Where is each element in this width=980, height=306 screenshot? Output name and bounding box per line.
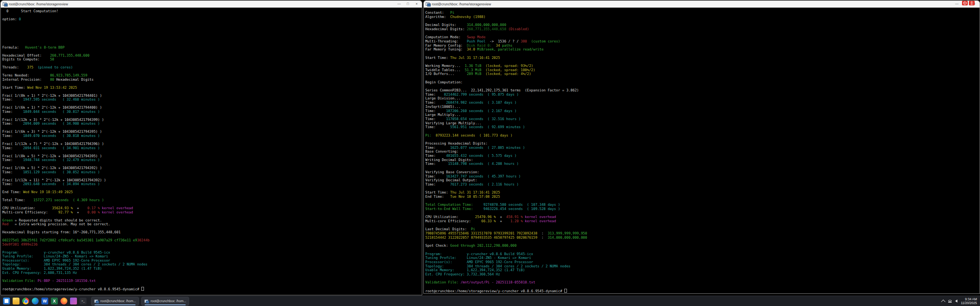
terminal-line: Twiddle Tables... 51.3 MiB (locked, spre… [425,68,980,72]
putty-icon [426,2,430,6]
terminal-line [425,285,980,289]
terminal-line: Frac( 1/(6k + 5) * 2^(-12k + 10430854217… [2,166,422,170]
terminal-line: Time: 2094.031 seconds ( 34.901 minutes … [2,146,422,150]
right-terminal-window[interactable]: root@crunchbox: /home/storagereview —□× … [423,0,980,294]
terminal-line [425,199,980,203]
terminal-line [425,76,980,80]
terminal-line: Frac( 1/(6k + 3) * 2^(-12k + 10430854217… [2,130,422,134]
terminal-line: End Time: Tue Nov 18 05:57:08 2025 [425,195,980,199]
terminal-line: Time: 268474.982 seconds ( 3.107 days ) [425,101,980,105]
taskbar-window-button[interactable]: root@crunchbox: /hom... [141,297,189,306]
terminal-line: Begin Computation: [425,80,980,85]
terminal-line: Writing Decimal Digits: [425,158,980,162]
terminal-line: Time: 1849.070 seconds ( 30.818 minutes … [2,134,422,138]
terminal-line [425,137,980,142]
terminal-line [425,223,980,228]
terminal-line: 5218154442 3122022057 8794933535 4650797… [425,236,980,240]
terminal-line [2,37,422,42]
terminal-cursor [141,287,144,291]
terminal-line: Topology: 384 threads / 384 cores / 2 so… [2,262,422,267]
terminal-line [2,102,422,106]
terminal-line: root@crunchbox:/home/storagereview/y-cru… [2,287,422,291]
terminal-line [425,240,980,244]
terminal-line [2,246,422,251]
terminal-line: Spot Check: Good through 202,112,290,000… [425,244,980,248]
terminal-line [2,25,422,29]
terminal-cursor [564,289,567,293]
terminal-line: root@crunchbox:/home/storagereview/y-cru… [425,289,980,293]
taskbar: WX>_ root@crunchbox: /hom...root@crunchb… [0,296,980,306]
terminal-line: Time: 481655.432 seconds ( 5.575 days ) [425,154,980,158]
terminal-line: Verifying Large Multiply... [425,121,980,125]
ime-toolbar[interactable] [962,1,975,5]
terminal-line [2,138,422,142]
terminal-line [2,283,422,287]
terminal-line [2,90,422,94]
terminal-line [2,13,422,18]
chrome-icon[interactable] [22,298,29,304]
terminal-line: End Time: Wed Nov 19 18:15:49 2025 [2,190,422,194]
terminal-line [425,166,980,170]
firefox-icon[interactable] [60,298,67,304]
terminal-line: Frac( 1/(12k + 11) * 2^(-12k + 104308542… [2,178,422,182]
terminal-line: Constant: Pi [425,11,980,15]
terminal-line [2,114,422,118]
terminal-line [2,162,422,166]
paint-icon[interactable] [70,298,77,304]
terminal-line: 5de9f381 4999e236 [2,243,422,247]
right-terminal-titlebar[interactable]: root@crunchbox: /home/storagereview —□× [424,1,980,8]
network-icon[interactable] [948,300,952,303]
close-button[interactable]: × [412,1,421,7]
edge-icon[interactable] [32,298,39,304]
terminal-line: Series CommonP2B3... 22,141,292,175,361 … [425,88,980,93]
terminal-line [425,52,980,56]
right-terminal-output[interactable]: Constant: PiAlgorithm: Chudnovsky (1988)… [424,8,980,293]
putty-icon [3,2,7,6]
terminal-line: Frac( 1/(12k + 7) * 2^(-12k + 1043085421… [2,142,422,146]
minimize-button[interactable]: — [395,1,403,7]
left-window-title: root@crunchbox: /home/storagereview [9,2,68,6]
terminal-line [2,49,422,54]
left-terminal-output[interactable]: 0 Start Computation! option: 0 Formula: … [1,8,422,291]
terminal-line: Program: y-cruncher v0.8.6 Build 9545-ic… [425,252,980,256]
terminal-line [425,129,980,133]
minimize-button[interactable]: — [952,1,961,7]
putty-icon [145,299,149,303]
left-terminal-titlebar[interactable]: root@crunchbox: /home/storagereview —□× [1,1,422,8]
terminal-line [2,62,422,66]
maximize-button[interactable]: □ [403,1,412,7]
terminal-line: Internal Precision: 80 Hexadecimal Digit… [2,78,422,82]
terminal-line: Tuning Profile: Linux/24-ZN5 - Komari =>… [425,256,980,260]
terminal-icon[interactable]: >_ [80,298,87,304]
file-explorer-icon[interactable] [13,298,20,304]
volume-icon[interactable] [955,299,957,303]
terminal-line: Time: 117058.654 seconds ( 32.516 hours … [425,117,980,121]
terminal-line: Time: 5561.951 seconds ( 92.699 minutes … [425,125,980,129]
taskbar-clock[interactable]: 9:34 AM 11/20/2025 [961,297,977,305]
terminal-line: I/O Buffers... 289 MiB (locked, spread: … [425,72,980,76]
terminal-line: Time: 1849.044 seconds ( 30.817 minutes … [2,110,422,114]
terminal-line: Time: 1625.077 seconds ( 27.085 minutes … [425,146,980,150]
terminal-line [2,70,422,74]
desktop: root@crunchbox: /home/storagereview —□× … [0,0,980,306]
terminal-line [2,33,422,37]
terminal-line: Processor(s): AMD EPYC 9965 192-Core Pro… [425,260,980,264]
terminal-line: Total Computation Time: 9274878.580 seco… [425,203,980,207]
terminal-line: Multi-Threading: Push Pool -> 1536 / ? /… [425,39,980,44]
terminal-line [2,29,422,34]
left-terminal-window[interactable]: root@crunchbox: /home/storagereview —□× … [0,0,422,295]
terminal-line: Time: 1851.129 seconds ( 30.852 minutes … [2,170,422,174]
start-button[interactable] [3,298,10,304]
terminal-line: Time: 187206.260 seconds ( 2.167 days ) [425,109,980,113]
terminal-line [2,202,422,207]
taskbar-window-buttons: root@crunchbox: /hom...root@crunchbox: /… [91,297,189,306]
word-icon[interactable]: W [41,298,48,304]
terminal-line: Digits to Compute: 58 [2,57,422,62]
taskbar-window-button[interactable]: root@crunchbox: /hom... [91,297,139,306]
ime-chinese-icon[interactable] [962,1,968,5]
tray-expand-icon[interactable] [941,299,945,304]
excel-icon[interactable]: X [51,298,58,304]
ime-chinese-text-icon[interactable] [969,1,975,5]
terminal-line: Hexadecimal Offset: 260,771,355,448,600 [2,54,422,58]
terminal-line [2,275,422,279]
